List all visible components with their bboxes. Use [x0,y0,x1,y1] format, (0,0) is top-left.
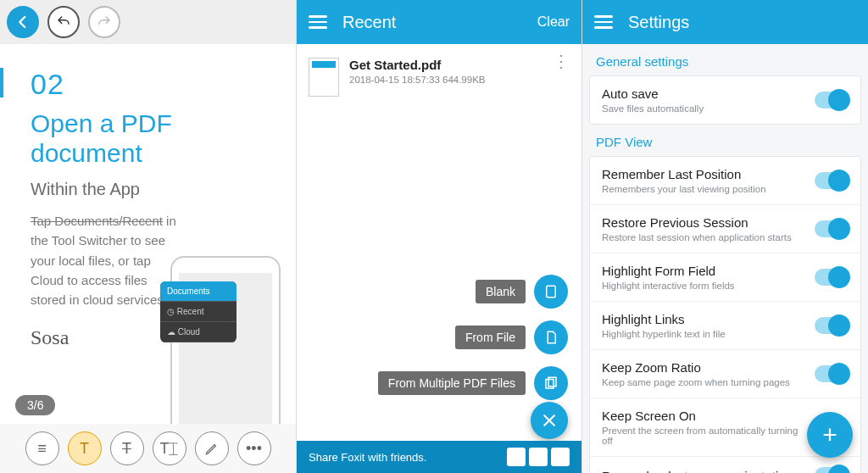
row-keep-zoom[interactable]: Keep Zoom RatioKeep same page zoom when … [590,349,860,398]
toggle-orientation[interactable] [815,467,849,473]
section-general: General settings [582,44,868,75]
fab-close-button[interactable] [531,402,568,439]
share-app-icon [507,448,526,466]
text-cursor-icon: T⌶ [160,440,179,458]
highlight-tool[interactable]: T [68,431,102,465]
fab-add-button[interactable]: + [807,412,853,458]
section-pdfview: PDF View [582,125,868,156]
toggle-restore-session[interactable] [815,220,849,237]
share-apps [507,448,570,466]
more-icon: ••• [246,440,262,458]
doc-subtitle: Within the App [31,180,275,199]
file-info: Get Started.pdf 2018-04-15 18:57:33 644.… [349,58,486,85]
redo-icon [97,14,112,30]
pencil-icon [204,441,220,456]
text-cursor-tool[interactable]: T⌶ [153,431,186,465]
close-icon [541,412,558,429]
strike-text: Tap Documents/Recent [31,214,163,228]
strikeout-icon: T [122,440,131,458]
file-meta: 2018-04-15 18:57:33 644.99KB [349,75,486,85]
page-number-label: 02 [31,68,275,101]
toggle-autosave[interactable] [815,92,849,109]
menu-recent: ◷ Recent [160,302,236,322]
settings-panel: Settings General settings Auto saveSave … [581,0,868,473]
back-button[interactable] [7,6,39,38]
row-autosave[interactable]: Auto saveSave files automatically [590,76,860,124]
menu-button[interactable] [594,12,613,32]
arrow-left-icon [15,14,31,30]
blank-page-icon [543,284,559,299]
toggle-highlight-links[interactable] [815,317,849,334]
files-icon [543,376,559,391]
toggle-last-position[interactable] [815,172,849,189]
row-orientation[interactable]: Remember last screen orientation [590,456,860,473]
share-text: Share Foxit with friends. [309,451,426,464]
file-name: Get Started.pdf [349,58,486,72]
row-highlight-links[interactable]: Highlight LinksHighlight hyperlink text … [590,301,860,349]
redo-button[interactable] [88,6,120,38]
share-bar[interactable]: Share Foxit with friends. [297,441,581,473]
settings-title: Settings [628,13,689,32]
more-tools[interactable]: ••• [237,431,271,465]
draw-tool[interactable] [195,431,229,465]
file-row[interactable]: Get Started.pdf 2018-04-15 18:57:33 644.… [297,44,581,110]
general-card: Auto saveSave files automatically [589,75,861,125]
toggle-keep-zoom[interactable] [815,365,849,382]
recent-panel: Recent Clear Get Started.pdf 2018-04-15 … [296,0,581,473]
menu-cloud: ☁ Cloud [160,322,236,342]
share-app-icon [529,448,548,466]
menu-button[interactable] [309,12,327,32]
comment-icon: ≡ [37,440,47,458]
doc-title: Open a PDF document [31,109,275,168]
settings-body: General settings Auto saveSave files aut… [582,44,868,473]
reader-panel: 02 Open a PDF document Within the App Ta… [0,0,296,473]
fab-menu: Blank From File From Multiple PDF Files [378,275,568,400]
file-icon [543,330,559,345]
undo-button[interactable] [47,6,80,38]
strikeout-tool[interactable]: T [110,431,144,465]
tool-switcher-menu: Documents ◷ Recent ☁ Cloud [160,281,236,342]
plus-icon: + [822,420,837,449]
row-restore-session[interactable]: Restore Previous SessionRestore last ses… [590,204,860,253]
svg-rect-0 [547,286,556,298]
clear-button[interactable]: Clear [537,14,570,30]
settings-appbar: Settings [582,0,868,44]
page-indicator: 3/6 [15,395,55,415]
fab-from-multiple[interactable]: From Multiple PDF Files [378,366,568,400]
menu-documents: Documents [160,281,236,302]
file-thumbnail [309,58,339,97]
reader-bottombar: ≡ T T T⌶ ••• [0,424,296,473]
undo-icon [56,14,71,30]
reader-topbar [0,0,296,44]
recent-appbar: Recent Clear [297,0,581,44]
fab-from-file[interactable]: From File [455,320,568,354]
toggle-highlight-form[interactable] [815,269,849,286]
row-last-position[interactable]: Remember Last PositionRemembers your las… [590,157,860,204]
fab-blank[interactable]: Blank [476,275,568,309]
row-highlight-form[interactable]: Highlight Form FieldHighlight interactiv… [590,253,860,301]
recent-title: Recent [342,13,396,32]
highlight-icon: T [80,440,89,458]
comment-tool[interactable]: ≡ [25,431,59,465]
document-body: 02 Open a PDF document Within the App Ta… [0,44,296,424]
share-app-icon [551,448,570,466]
file-more-button[interactable]: ⋮ [553,58,570,64]
